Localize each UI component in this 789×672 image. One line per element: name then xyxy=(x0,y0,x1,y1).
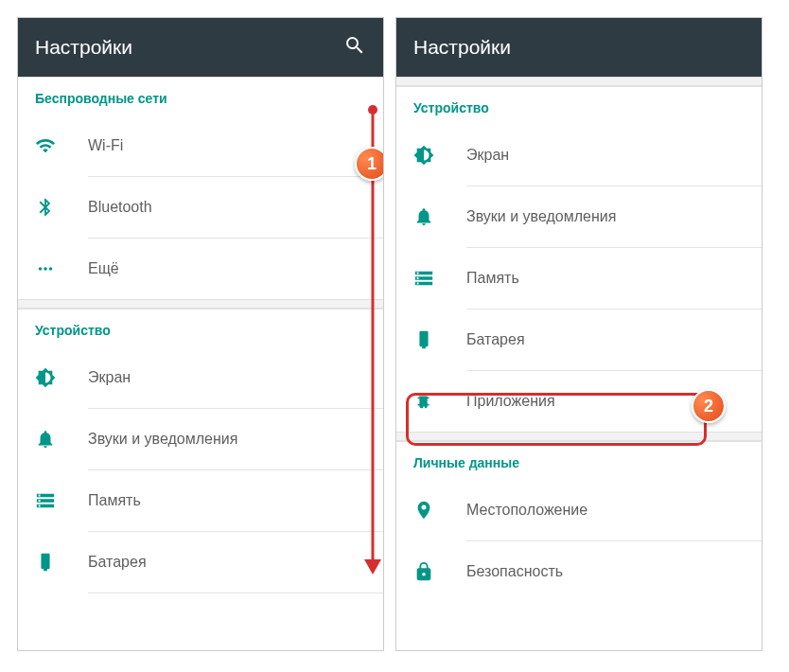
section-header: Беспроводные сети xyxy=(18,78,383,115)
item-label: Экран xyxy=(466,147,509,164)
section-device: Устройство Экран Звуки и уведомления Пам… xyxy=(18,309,383,593)
settings-screen-left: Настройки Беспроводные сети Wi-Fi Blueto… xyxy=(17,17,384,651)
item-label: Звуки и уведомления xyxy=(88,431,237,448)
storage-icon xyxy=(413,268,466,289)
item-label: Батарея xyxy=(88,554,147,571)
item-display[interactable]: Экран xyxy=(18,347,383,408)
security-icon xyxy=(413,561,466,582)
wifi-icon xyxy=(35,135,88,156)
search-icon[interactable] xyxy=(343,34,366,61)
appbar: Настройки xyxy=(396,18,762,77)
item-storage[interactable]: Память xyxy=(18,470,383,531)
item-location[interactable]: Местоположение xyxy=(396,480,762,540)
item-label: Wi-Fi xyxy=(88,137,123,154)
section-header: Личные данные xyxy=(396,442,762,480)
item-sound[interactable]: Звуки и уведомления xyxy=(396,186,762,247)
section-header: Устройство xyxy=(396,87,762,125)
item-label: Приложения xyxy=(466,393,555,410)
item-sound[interactable]: Звуки и уведомления xyxy=(18,409,383,469)
badge-one: 1 xyxy=(355,147,384,181)
appbar: Настройки xyxy=(18,18,383,77)
item-label: Ещё xyxy=(88,260,119,277)
appbar-title: Настройки xyxy=(413,36,511,59)
settings-screen-right: Настройки Устройство Экран Звуки и уведо… xyxy=(395,17,763,651)
section-header: Устройство xyxy=(18,309,383,347)
svg-point-1 xyxy=(425,398,427,400)
brightness-icon xyxy=(413,145,466,166)
item-label: Батарея xyxy=(466,331,525,348)
item-battery[interactable]: Батарея xyxy=(396,309,762,370)
item-storage[interactable]: Память xyxy=(396,248,762,309)
section-device: Устройство Экран Звуки и уведомления Пам… xyxy=(396,86,762,432)
section-personal: Личные данные Местоположение Безопасност… xyxy=(396,441,762,602)
bell-icon xyxy=(35,429,88,450)
item-label: Звуки и уведомления xyxy=(466,208,616,225)
item-label: Bluetooth xyxy=(88,199,152,216)
item-security[interactable]: Безопасность xyxy=(396,541,762,602)
location-icon xyxy=(413,500,466,521)
more-icon xyxy=(35,258,88,279)
item-label: Память xyxy=(88,492,141,509)
storage-icon xyxy=(35,490,88,511)
item-wifi[interactable]: Wi-Fi xyxy=(18,115,383,176)
item-label: Безопасность xyxy=(466,563,563,580)
item-more[interactable]: Ещё xyxy=(18,239,383,299)
item-bluetooth[interactable]: Bluetooth xyxy=(18,177,383,238)
svg-point-0 xyxy=(421,398,423,400)
item-label: Память xyxy=(466,270,519,287)
item-battery[interactable]: Батарея xyxy=(18,532,383,592)
item-label: Местоположение xyxy=(466,502,587,519)
brightness-icon xyxy=(35,367,88,388)
item-display[interactable]: Экран xyxy=(396,125,762,186)
appbar-title: Настройки xyxy=(35,36,132,59)
apps-icon xyxy=(413,391,466,412)
battery-icon xyxy=(413,329,466,350)
bluetooth-icon xyxy=(35,197,88,218)
section-wireless: Беспроводные сети Wi-Fi Bluetooth Ещё xyxy=(18,77,383,299)
battery-icon xyxy=(35,552,88,573)
item-label: Экран xyxy=(88,369,131,386)
bell-icon xyxy=(413,206,466,227)
badge-two: 2 xyxy=(692,389,726,423)
